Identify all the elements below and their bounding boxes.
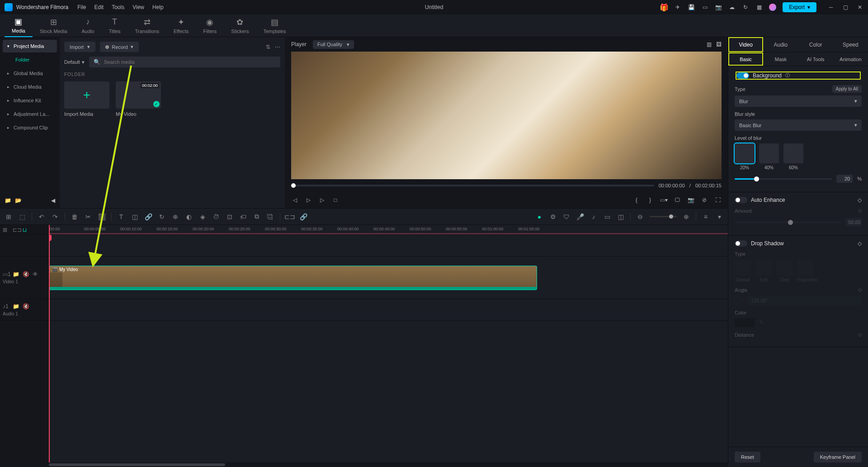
grid-tool-icon[interactable]: ⊞ xyxy=(5,213,13,221)
mix-icon[interactable]: ▭ xyxy=(603,213,611,221)
blur-level-60[interactable]: 60% xyxy=(783,143,803,170)
mic-icon[interactable]: 🎤 xyxy=(576,213,584,221)
scrubber-handle[interactable] xyxy=(291,183,296,188)
import-button[interactable]: Import▾ xyxy=(64,42,95,52)
audio-track-header[interactable]: ♪1 📁 🔇 Audio 1 xyxy=(0,299,48,321)
menu-edit[interactable]: Edit xyxy=(94,4,104,10)
tag-icon[interactable]: 🏷 xyxy=(239,213,247,221)
delete-icon[interactable]: 🗑 xyxy=(71,213,79,221)
reset-button[interactable]: Reset xyxy=(735,452,760,462)
sort-icon[interactable]: ⇅ xyxy=(266,44,270,50)
prop-subtab-animation[interactable]: Animation xyxy=(833,52,868,66)
next-frame-icon[interactable]: ▷ xyxy=(318,196,326,204)
add-audio-icon[interactable]: 📁 xyxy=(13,303,19,310)
prop-tab-video[interactable]: Video xyxy=(728,37,763,52)
blur-slider[interactable] xyxy=(735,178,832,180)
link-icon[interactable]: 🔗 xyxy=(144,213,152,221)
timeline-audio-track[interactable] xyxy=(49,299,728,321)
render-icon[interactable]: ● xyxy=(535,213,543,221)
blur-level-20[interactable]: 20% xyxy=(735,143,755,170)
tab-transitions[interactable]: ⇄Transitions xyxy=(128,15,166,37)
zoom-out-icon[interactable]: ⊖ xyxy=(636,213,644,221)
sidebar-global-media[interactable]: ▸Global Media xyxy=(3,67,57,80)
mark-out-icon[interactable]: } xyxy=(646,196,654,204)
add-track-icon[interactable]: 📁 xyxy=(13,271,19,277)
new-folder-icon[interactable]: 📂 xyxy=(15,197,22,204)
audio-track-icon[interactable]: ♪1 xyxy=(3,303,9,310)
cut-icon[interactable]: ✂ xyxy=(84,213,92,221)
music-icon[interactable]: ♪ xyxy=(590,213,598,221)
prev-frame-icon[interactable]: ◁ xyxy=(291,196,298,204)
refresh-icon[interactable]: ↻ xyxy=(742,4,749,11)
playhead[interactable] xyxy=(49,225,50,462)
blur-level-40[interactable]: 40% xyxy=(759,143,779,170)
prop-tab-audio[interactable]: Audio xyxy=(763,37,798,52)
close-icon[interactable]: ✕ xyxy=(856,4,863,11)
timeline-ruler[interactable]: 00:00 00:00:05:00 00:00:10:00 00:00:15:0… xyxy=(49,225,728,235)
tab-audio[interactable]: ♪Audio xyxy=(75,15,102,37)
quality-icon[interactable]: ⊘ xyxy=(701,196,708,204)
stop-icon[interactable]: □ xyxy=(332,196,339,204)
prop-subtab-aitools[interactable]: AI Tools xyxy=(798,52,833,66)
folder-icon[interactable]: 📁 xyxy=(5,197,11,204)
zoom-in-icon[interactable]: ⊕ xyxy=(682,213,690,221)
track-grid-icon[interactable]: ⊞ xyxy=(3,227,9,233)
blur-style-dropdown[interactable]: Basic Blur▾ xyxy=(735,119,862,131)
ratio-icon[interactable]: ▭▾ xyxy=(660,196,667,204)
user-avatar[interactable] xyxy=(769,4,776,11)
export-button[interactable]: Export ▾ xyxy=(783,2,816,12)
drop-shadow-toggle[interactable] xyxy=(735,240,747,247)
mark-in-icon[interactable]: { xyxy=(633,196,640,204)
maximize-icon[interactable]: ▢ xyxy=(842,4,849,11)
sidebar-project-media[interactable]: ▾Project Media xyxy=(3,40,57,52)
keyframe-diamond-icon[interactable]: ◇ xyxy=(858,240,862,247)
auto-enhance-header[interactable]: Auto Enhance ◇ xyxy=(735,197,862,203)
timeline-video-track[interactable]: 🎬My Video xyxy=(49,257,728,299)
fullscreen-icon[interactable]: ⛶ xyxy=(714,196,722,204)
send-icon[interactable]: ✈ xyxy=(674,4,681,11)
frame-icon[interactable]: ◫ xyxy=(617,213,625,221)
text-tool-icon[interactable]: T xyxy=(117,213,125,221)
keyframe-panel-button[interactable]: Keyframe Panel xyxy=(814,452,862,462)
visibility-icon[interactable]: 👁 xyxy=(33,271,39,277)
player-scrubber[interactable] xyxy=(291,185,654,186)
sidebar-folder[interactable]: Folder xyxy=(3,53,57,66)
save-icon[interactable]: 💾 xyxy=(688,4,695,11)
auto-enhance-toggle[interactable] xyxy=(735,197,747,203)
background-section-header[interactable]: Background ⓘ xyxy=(735,71,862,81)
timeline-scrollbar[interactable] xyxy=(0,462,728,467)
zoom-slider[interactable] xyxy=(650,216,677,217)
link2-icon[interactable]: 🔗 xyxy=(299,213,307,221)
shield-icon[interactable]: 🛡 xyxy=(562,213,571,221)
quality-dropdown[interactable]: Full Quality▾ xyxy=(313,40,354,49)
apps-icon[interactable]: ▦ xyxy=(755,4,763,11)
menu-tools[interactable]: Tools xyxy=(112,4,124,10)
sidebar-compound-clip[interactable]: ▸Compound Clip xyxy=(3,121,57,134)
search-input[interactable] xyxy=(104,59,276,65)
copy-icon[interactable]: ⿻ xyxy=(266,213,274,221)
slider-handle[interactable] xyxy=(754,176,759,181)
collapse-sidebar-icon[interactable]: ◀ xyxy=(51,197,55,204)
cloud-icon[interactable]: ☁ xyxy=(728,4,736,11)
sort-default-dropdown[interactable]: Default▾ xyxy=(64,59,85,65)
video-clip[interactable]: 🎬My Video xyxy=(49,266,537,290)
pointer-tool-icon[interactable]: ⬚ xyxy=(18,213,26,221)
mute-audio-icon[interactable]: 🔇 xyxy=(23,303,29,310)
prop-tab-speed[interactable]: Speed xyxy=(833,37,868,52)
screen-icon[interactable]: ▭ xyxy=(701,4,708,11)
undo-icon[interactable]: ↶ xyxy=(38,213,46,221)
keyframe-icon[interactable]: ◈ xyxy=(198,213,207,221)
blur-value[interactable]: 20 xyxy=(836,175,853,183)
import-media-tile[interactable]: + Import Media xyxy=(64,81,109,117)
gift-icon[interactable]: 🎁 xyxy=(660,4,668,11)
video-track-header[interactable]: ▭1 📁 🔇 👁 Video 1 xyxy=(0,257,48,299)
speed-tool-icon[interactable]: ⊕ xyxy=(171,213,179,221)
magnet-icon[interactable]: ⊔ xyxy=(23,227,29,233)
tab-stock-media[interactable]: ⊞Stock Media xyxy=(33,15,75,37)
snapshot-icon[interactable]: 🖼 xyxy=(716,41,722,48)
bg-type-dropdown[interactable]: Blur▾ xyxy=(735,95,862,107)
video-track-icon[interactable]: ▭1 xyxy=(3,271,9,277)
crop-icon[interactable]: ⬛ xyxy=(98,213,106,221)
video-preview[interactable] xyxy=(291,52,722,179)
redo-icon[interactable]: ↷ xyxy=(51,213,59,221)
